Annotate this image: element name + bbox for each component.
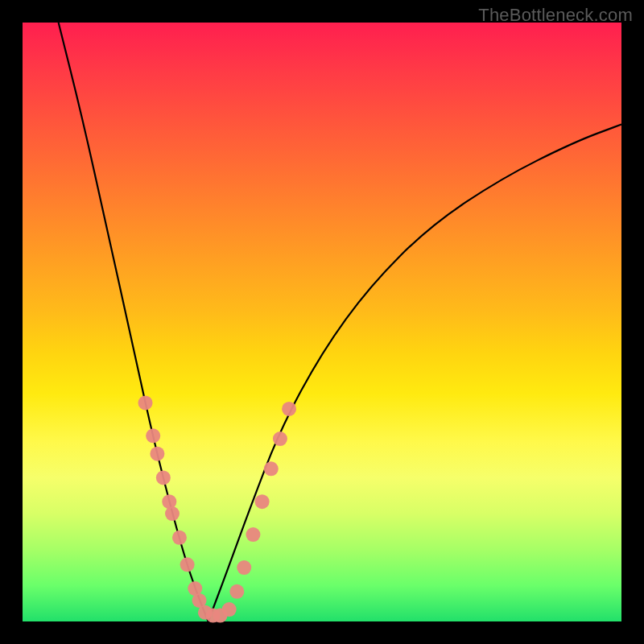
- marker-dot: [246, 527, 260, 542]
- marker-dot: [222, 602, 237, 617]
- marker-dot: [138, 395, 153, 410]
- marker-dot: [264, 461, 279, 476]
- marker-dot: [172, 530, 187, 545]
- marker-group: [138, 395, 297, 622]
- marker-dot: [229, 584, 244, 599]
- marker-dot: [165, 506, 180, 521]
- marker-dot: [156, 470, 171, 485]
- watermark-text: TheBottleneck.com: [478, 5, 633, 26]
- marker-dot: [255, 494, 270, 509]
- marker-dot: [273, 431, 287, 446]
- left-branch-path: [59, 23, 208, 621]
- marker-dot: [180, 557, 195, 572]
- marker-dot: [237, 560, 251, 575]
- marker-dot: [150, 447, 164, 461]
- marker-dot: [282, 402, 296, 416]
- marker-dot: [146, 428, 160, 443]
- curve-layer: [23, 23, 621, 621]
- plot-area: [23, 23, 621, 621]
- chart-frame: TheBottleneck.com: [0, 0, 644, 644]
- right-branch-path: [208, 124, 621, 621]
